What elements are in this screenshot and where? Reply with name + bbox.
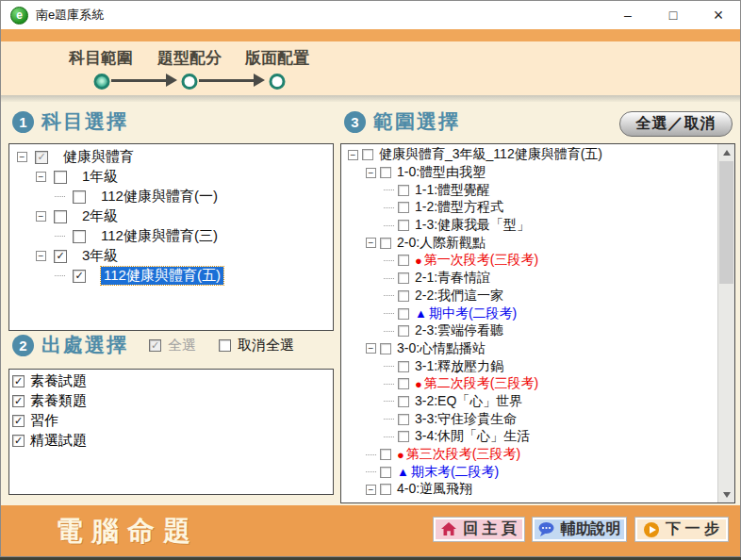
tree-item-label[interactable]: 1年級 — [82, 168, 118, 186]
expand-collapse-icon[interactable] — [36, 251, 46, 261]
tree-row[interactable]: 3-2:EQ「心」世界 — [341, 393, 717, 411]
tree-item-label[interactable]: 3-0:心情點播站 — [397, 340, 486, 357]
tree-item-checkbox[interactable] — [380, 238, 391, 249]
tree-row[interactable]: 3-3:守住珍貴生命 — [341, 410, 717, 428]
tree-row[interactable]: ●第一次段考(三段考) — [341, 252, 717, 270]
tree-item-checkbox[interactable] — [398, 255, 409, 266]
tree-row[interactable]: 2-3:雲端停看聽 — [341, 322, 717, 340]
tree-row[interactable]: ▲期末考(二段考) — [341, 463, 717, 481]
tree-item-checkbox[interactable] — [73, 190, 86, 204]
tree-item-label[interactable]: 4-0:逆風飛翔 — [397, 481, 472, 498]
tree-row[interactable]: 1年級 — [9, 167, 333, 187]
tree-item-checkbox[interactable] — [54, 250, 67, 263]
tree-item-label[interactable]: 健康與體育 — [63, 148, 134, 166]
tree-row[interactable]: 2年級 — [9, 206, 333, 226]
tree-item-checkbox[interactable] — [35, 151, 48, 164]
tree-item-checkbox[interactable] — [398, 290, 409, 302]
tree-item-checkbox[interactable] — [398, 325, 409, 337]
expand-collapse-icon[interactable] — [36, 211, 46, 222]
tree-item-label[interactable]: 2-0:人際新觀點 — [397, 235, 486, 252]
tree-row[interactable]: 健康與體育_3年級_112健康與體育(五) — [341, 146, 717, 164]
tree-item-label[interactable]: 3-4:休閒「心」生活 — [415, 428, 530, 445]
tree-row[interactable]: 2-2:我們這一家 — [341, 288, 717, 305]
source-item-checkbox[interactable] — [12, 375, 25, 387]
minimize-button[interactable]: – — [619, 8, 636, 23]
tree-item-label[interactable]: 健康與體育_3年級_112健康與體育(五) — [379, 146, 602, 163]
expand-collapse-icon[interactable] — [36, 172, 46, 182]
tree-item-checkbox[interactable] — [380, 467, 391, 478]
scroll-up-button[interactable] — [718, 144, 734, 160]
select-all-checkbox[interactable] — [149, 339, 161, 352]
source-item[interactable]: 素養類題 — [9, 391, 333, 411]
tree-row[interactable]: ●第二次段考(三段考) — [341, 375, 717, 393]
tree-row[interactable]: 1-0:體型由我塑 — [341, 164, 717, 182]
source-item[interactable]: 素養試題 — [9, 371, 333, 391]
tree-item-checkbox[interactable] — [398, 220, 409, 231]
source-item-checkbox[interactable] — [12, 395, 25, 407]
source-item[interactable]: 習作 — [9, 411, 333, 431]
tree-item-checkbox[interactable] — [380, 343, 391, 354]
deselect-all-option[interactable]: 取消全選 — [219, 337, 294, 354]
tree-item-label[interactable]: 3-1:釋放壓力鍋 — [415, 358, 503, 375]
tree-item-checkbox[interactable] — [380, 484, 391, 495]
home-button[interactable]: 回 主 頁 — [433, 517, 525, 542]
next-step-button[interactable]: 下 一 步 — [634, 517, 729, 542]
scroll-down-button[interactable] — [718, 486, 734, 502]
expand-collapse-icon[interactable] — [17, 152, 27, 162]
tree-item-label[interactable]: 期末考(二段考) — [411, 464, 499, 481]
tree-item-label[interactable]: 第二次段考(三段考) — [424, 375, 538, 392]
tree-item-label[interactable]: 3-3:守住珍貴生命 — [415, 411, 517, 428]
expand-collapse-icon[interactable] — [366, 238, 376, 248]
tree-row[interactable]: 3-4:休閒「心」生活 — [341, 428, 717, 446]
maximize-button[interactable]: □ — [665, 8, 682, 23]
tree-item-label[interactable]: 1-2:體型方程式 — [415, 199, 503, 216]
tree-item-label[interactable]: 第一次段考(三段考) — [424, 252, 538, 269]
tree-item-checkbox[interactable] — [73, 230, 86, 243]
tree-row[interactable]: 4-0:逆風飛翔 — [341, 481, 717, 499]
tree-item-checkbox[interactable] — [73, 270, 86, 283]
tree-item-checkbox[interactable] — [398, 361, 409, 372]
tree-item-label[interactable]: 1-0:體型由我塑 — [397, 164, 486, 181]
tree-item-checkbox[interactable] — [54, 210, 67, 223]
deselect-all-checkbox[interactable] — [219, 339, 231, 352]
tree-row[interactable]: ●第三次段考(三段考) — [341, 446, 717, 464]
vertical-scrollbar[interactable] — [717, 144, 734, 502]
tree-row[interactable]: 1-1:體型覺醒 — [341, 181, 717, 199]
tree-item-checkbox[interactable] — [380, 449, 391, 460]
tree-item-checkbox[interactable] — [54, 171, 67, 184]
tree-item-checkbox[interactable] — [362, 149, 373, 160]
select-all-toggle-button[interactable]: 全選／取消 — [619, 111, 733, 137]
tree-item-checkbox[interactable] — [380, 167, 391, 178]
tree-item-checkbox[interactable] — [398, 414, 409, 425]
tree-row[interactable]: 112健康與體育(五) — [9, 266, 333, 286]
tree-item-label[interactable]: 期中考(二段考) — [429, 305, 517, 322]
tree-item-checkbox[interactable] — [398, 396, 409, 407]
tree-item-label[interactable]: 2-2:我們這一家 — [415, 288, 503, 305]
tree-item-label[interactable]: 第三次段考(三段考) — [406, 446, 520, 463]
tree-item-label[interactable]: 2-3:雲端停看聽 — [415, 322, 503, 339]
close-button[interactable]: × — [710, 6, 727, 25]
tree-row[interactable]: 3年級 — [9, 246, 333, 266]
expand-collapse-icon[interactable] — [366, 168, 376, 178]
tree-item-checkbox[interactable] — [398, 185, 409, 196]
tree-item-label[interactable]: 1-1:體型覺醒 — [415, 182, 490, 199]
expand-collapse-icon[interactable] — [366, 343, 376, 354]
tree-item-label[interactable]: 2年級 — [82, 207, 118, 225]
tree-item-checkbox[interactable] — [398, 308, 409, 320]
tree-row[interactable]: 1-3:健康我最「型」 — [341, 217, 717, 235]
tree-item-label[interactable]: 2-1:青春情誼 — [415, 270, 490, 287]
select-all-option[interactable]: 全選 — [149, 337, 196, 354]
tree-row[interactable]: 112健康與體育(一) — [9, 187, 333, 206]
scrollbar-thumb[interactable] — [719, 161, 733, 284]
tree-row[interactable]: 112健康與體育(三) — [9, 226, 333, 246]
tree-item-label[interactable]: 112健康與體育(五) — [101, 267, 223, 285]
tree-item-label[interactable]: 3年級 — [82, 247, 118, 265]
expand-collapse-icon[interactable] — [348, 150, 358, 160]
tree-row[interactable]: ▲期中考(二段考) — [341, 305, 717, 322]
tree-row[interactable]: 3-0:心情點播站 — [341, 340, 717, 358]
source-item-checkbox[interactable] — [12, 415, 25, 427]
tree-item-checkbox[interactable] — [398, 378, 409, 389]
expand-collapse-icon[interactable] — [366, 485, 376, 495]
tree-row[interactable]: 2-0:人際新觀點 — [341, 234, 717, 252]
tree-item-label[interactable]: 1-3:健康我最「型」 — [415, 217, 530, 234]
